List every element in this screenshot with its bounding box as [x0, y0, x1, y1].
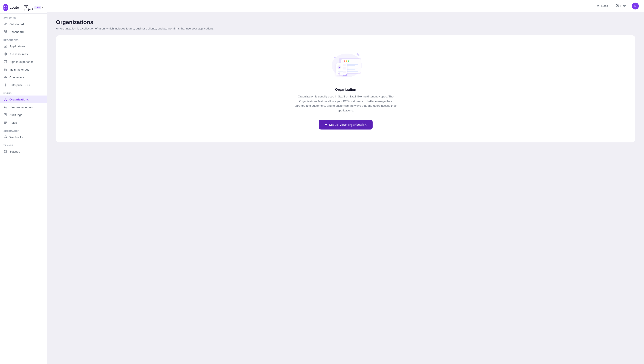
docs-button[interactable]: Docs	[594, 2, 610, 9]
help-icon	[615, 4, 619, 8]
svg-point-24	[617, 6, 617, 6]
user-icon	[4, 105, 7, 109]
sidebar-item-multi-factor-auth[interactable]: Multi-factor auth	[0, 66, 47, 73]
page-subtitle: An organization is a collection of users…	[56, 27, 635, 30]
svg-rect-38	[347, 69, 355, 70]
svg-rect-34	[347, 64, 358, 65]
sidebar-item-user-management[interactable]: User management	[0, 103, 47, 111]
org-icon	[4, 98, 7, 101]
chevron-down-icon: ▾	[42, 6, 43, 9]
section-label-overview: OVERVIEW	[0, 14, 47, 20]
sidebar-item-label: Sign-in experience	[10, 60, 34, 64]
sso-icon	[4, 83, 7, 87]
docs-label: Docs	[601, 4, 608, 8]
sidebar-header: Logto My project Dev ▾	[0, 0, 47, 14]
empty-state-card: Organization Organization is usually use…	[56, 35, 635, 142]
sidebar: Logto My project Dev ▾ OVERVIEW Get star…	[0, 0, 47, 364]
signin-icon	[4, 60, 7, 64]
sidebar-item-webhooks[interactable]: Webhooks	[0, 133, 47, 141]
sidebar-item-label: Audit logs	[10, 113, 22, 116]
sidebar-item-connectors[interactable]: Connectors	[0, 73, 47, 81]
svg-rect-6	[4, 32, 5, 33]
org-illustration	[324, 48, 367, 82]
project-selector[interactable]: My project Dev ▾	[23, 4, 45, 12]
sidebar-item-sign-in-experience[interactable]: Sign-in experience	[0, 58, 47, 66]
app-icon	[4, 44, 7, 48]
sidebar-item-roles[interactable]: Roles	[0, 119, 47, 126]
svg-rect-45	[337, 70, 344, 70]
docs-icon	[596, 4, 600, 8]
svg-point-21	[5, 151, 6, 152]
sidebar-item-label: Multi-factor auth	[10, 68, 30, 71]
grid-icon	[4, 30, 7, 34]
top-header: Docs Help N	[47, 0, 644, 12]
sidebar-item-settings[interactable]: Settings	[0, 148, 47, 155]
svg-point-15	[5, 84, 6, 86]
lock-icon	[4, 68, 7, 72]
page-content-area: Organizations An organization is a colle…	[47, 12, 644, 364]
sidebar-item-organizations[interactable]: Organizations	[0, 96, 47, 103]
roles-icon	[4, 121, 7, 124]
settings-icon	[4, 150, 7, 154]
page-title: Organizations	[56, 19, 635, 26]
svg-rect-4	[4, 30, 5, 32]
api-icon	[4, 52, 7, 56]
sidebar-item-enterprise-sso[interactable]: Enterprise SSO	[0, 81, 47, 89]
svg-rect-5	[6, 30, 7, 32]
svg-rect-7	[6, 32, 7, 33]
logto-logo	[4, 4, 8, 11]
svg-rect-3	[6, 8, 7, 9]
sidebar-item-label: Settings	[10, 150, 20, 153]
help-label: Help	[620, 4, 626, 8]
plus-icon: +	[325, 122, 327, 126]
sidebar-item-label: Enterprise SSO	[10, 84, 30, 87]
svg-point-44	[337, 66, 341, 69]
svg-rect-43	[336, 63, 347, 75]
flash-icon	[4, 22, 7, 26]
svg-rect-0	[4, 6, 6, 7]
section-label-automation: AUTOMATION	[0, 126, 47, 133]
env-badge: Dev	[35, 6, 41, 9]
main-content: Docs Help N Organizations An organizatio…	[47, 0, 644, 364]
sidebar-item-label: Organizations	[10, 98, 29, 101]
svg-rect-46	[338, 71, 343, 72]
brand-name: Logto	[10, 6, 19, 10]
svg-point-32	[348, 60, 349, 62]
sidebar-item-applications[interactable]: Applications	[0, 42, 47, 50]
svg-rect-1	[6, 6, 7, 7]
sidebar-item-api-resources[interactable]: API resources	[0, 50, 47, 58]
user-avatar[interactable]: N	[632, 2, 639, 10]
svg-point-11	[5, 61, 6, 62]
svg-point-30	[344, 60, 345, 62]
audit-icon	[4, 113, 7, 117]
svg-point-31	[346, 60, 347, 62]
sidebar-item-dashboard[interactable]: Dashboard	[0, 28, 47, 36]
project-name: My project	[24, 4, 33, 11]
help-button[interactable]: Help	[613, 2, 628, 9]
sidebar-item-audit-logs[interactable]: Audit logs	[0, 111, 47, 119]
setup-org-button[interactable]: + Set up your organization	[319, 120, 373, 130]
svg-point-16	[5, 98, 6, 100]
svg-point-26	[334, 56, 336, 58]
sidebar-item-label: Connectors	[10, 76, 24, 79]
svg-rect-35	[347, 66, 355, 66]
setup-btn-label: Set up your organization	[329, 123, 367, 126]
svg-rect-40	[347, 72, 358, 72]
svg-rect-41	[347, 73, 355, 73]
empty-state-description: Organization is usually used in SaaS or …	[294, 94, 397, 113]
sidebar-item-label: Get started	[10, 22, 24, 26]
sidebar-item-label: Roles	[10, 121, 17, 124]
svg-point-47	[338, 72, 340, 75]
section-label-resources: RESOURCES	[0, 36, 47, 42]
sidebar-item-label: API resources	[10, 52, 28, 56]
section-label-users: USERS	[0, 89, 47, 96]
svg-rect-2	[4, 8, 6, 9]
sidebar-item-label: User management	[10, 106, 33, 109]
sidebar-item-label: Dashboard	[10, 30, 24, 34]
sidebar-item-get-started[interactable]: Get started	[0, 20, 47, 28]
svg-rect-12	[4, 69, 7, 71]
svg-rect-10	[4, 60, 7, 63]
svg-rect-37	[347, 68, 358, 68]
empty-state-title: Organization	[335, 88, 356, 92]
svg-rect-8	[4, 45, 7, 47]
